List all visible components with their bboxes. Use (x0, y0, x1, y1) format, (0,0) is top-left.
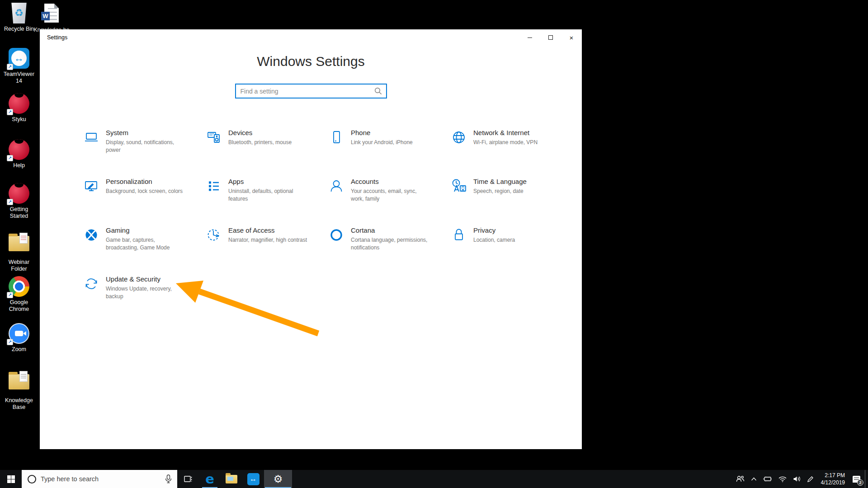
wifi-button[interactable] (775, 470, 790, 488)
desktop-icon-label: Webinar Folder (1, 259, 37, 272)
tray-time: 2:17 PM (821, 472, 845, 479)
desktop-icon-styku[interactable]: Styku (1, 93, 37, 123)
desktop-icon-label: Styku (1, 116, 37, 123)
time-language-icon (451, 178, 467, 194)
taskbar-search-box[interactable] (22, 470, 177, 488)
desktop-icon-label: Recycle Bin (1, 26, 37, 33)
file-explorer-button[interactable] (221, 470, 242, 488)
show-desktop-button[interactable] (865, 470, 868, 488)
tile-update-security[interactable]: Update & Security Windows Update, recove… (83, 275, 206, 324)
hidden-icons-button[interactable] (748, 470, 760, 488)
pen-button[interactable] (804, 470, 817, 488)
cortana-icon (328, 227, 344, 243)
shortcut-arrow-icon (7, 109, 13, 115)
start-button[interactable] (0, 470, 22, 488)
tile-network-internet[interactable]: Network & Internet Wi-Fi, airplane mode,… (451, 129, 573, 178)
desktop-icon-teamviewer[interactable]: ↔ TeamViewer 14 (1, 48, 37, 84)
settings-window: Settings × Windows Settings System Displ… (40, 29, 582, 449)
close-button[interactable]: × (561, 29, 582, 46)
desktop-icon-recycle-bin[interactable]: ♻ Recycle Bin (1, 3, 37, 33)
action-center-button[interactable]: 2 (849, 470, 865, 488)
desktop-icon-label: Zoom (1, 346, 37, 353)
taskbar-search-input[interactable] (41, 475, 165, 483)
system-tray: 2:17 PM 4/12/2019 2 (733, 470, 868, 488)
desktop-icon-webinar-folder[interactable]: Webinar Folder (1, 231, 37, 272)
edge-button[interactable]: e (199, 470, 221, 488)
gaming-icon (83, 227, 99, 243)
tile-personalization[interactable]: Personalization Background, lock screen,… (83, 178, 206, 226)
settings-tiles: System Display, sound, notifications, po… (83, 129, 573, 324)
desktop-icon-label: Help (1, 162, 37, 169)
desktop-icon-label: Knowledge Base (1, 397, 37, 411)
task-view-button[interactable] (177, 470, 199, 488)
teamviewer-button[interactable]: ↔ (242, 470, 264, 488)
devices-icon (206, 129, 222, 145)
tile-ease-of-access[interactable]: Ease of Access Narrator, magnifier, high… (206, 226, 328, 275)
battery-button[interactable] (760, 470, 775, 488)
tile-gaming[interactable]: Gaming Game bar, captures, broadcasting,… (83, 226, 206, 275)
tile-privacy[interactable]: Privacy Location, camera (451, 226, 573, 275)
desktop-icon-knowledge-base[interactable]: Knowledge Base (1, 370, 37, 411)
accounts-icon (328, 178, 344, 194)
settings-search-input[interactable] (236, 88, 374, 95)
desktop-icon-getting-started[interactable]: Getting Started (1, 183, 37, 220)
people-icon (736, 475, 745, 483)
desktop-icon-help[interactable]: Help (1, 139, 37, 169)
settings-button-active[interactable]: ⚙ (264, 470, 292, 488)
network-icon (451, 129, 467, 145)
tile-apps[interactable]: Apps Uninstall, defaults, optional featu… (206, 178, 328, 226)
tile-accounts[interactable]: Accounts Your accounts, email, sync, wor… (328, 178, 451, 226)
shortcut-arrow-icon (7, 199, 13, 205)
shortcut-arrow-icon (7, 64, 13, 70)
clock[interactable]: 2:17 PM 4/12/2019 (817, 472, 849, 486)
taskbar: e ↔ ⚙ (0, 470, 868, 488)
ease-of-access-icon (206, 227, 222, 243)
folder-icon (9, 236, 29, 251)
windows-logo-icon (7, 475, 15, 483)
desktop-icon-label: TeamViewer 14 (1, 71, 37, 84)
gear-icon: ⚙ (274, 474, 283, 484)
apps-icon (206, 178, 222, 194)
settings-search-box[interactable] (235, 84, 387, 99)
battery-icon (763, 476, 772, 482)
desktop-icon-google-chrome[interactable]: Google Chrome (1, 276, 37, 313)
titlebar[interactable]: Settings × (40, 29, 582, 46)
word-document-icon: W (44, 4, 59, 23)
phone-icon (328, 129, 344, 145)
search-icon (374, 87, 382, 95)
desktop-icon-label: Getting Started (1, 206, 37, 220)
tile-time-language[interactable]: Time & Language Speech, region, date (451, 178, 573, 226)
shortcut-arrow-icon (7, 292, 13, 298)
maximize-icon (548, 35, 553, 40)
volume-button[interactable] (790, 470, 804, 488)
recycle-bin-icon: ♻ (10, 3, 28, 23)
chevron-up-icon (751, 477, 757, 481)
volume-icon (793, 476, 801, 482)
edge-icon: e (205, 473, 214, 486)
system-icon (83, 129, 99, 145)
update-security-icon (83, 276, 99, 292)
wifi-icon (778, 476, 787, 482)
personalization-icon (83, 178, 99, 194)
file-explorer-icon (226, 475, 237, 483)
folder-icon (9, 374, 29, 389)
tile-cortana[interactable]: Cortana Cortana language, permissions, n… (328, 226, 451, 275)
desktop-icon-zoom[interactable]: Zoom (1, 323, 37, 353)
tile-devices[interactable]: Devices Bluetooth, printers, mouse (206, 129, 328, 178)
microphone-icon (165, 474, 172, 483)
tile-system[interactable]: System Display, sound, notifications, po… (83, 129, 206, 178)
teamviewer-icon: ↔ (247, 473, 259, 485)
page-title: Windows Settings (40, 54, 582, 69)
minimize-button[interactable] (519, 29, 540, 46)
privacy-icon (451, 227, 467, 243)
tile-phone[interactable]: Phone Link your Android, iPhone (328, 129, 451, 178)
notification-badge: 2 (857, 479, 863, 486)
close-icon: × (570, 34, 574, 41)
people-button[interactable] (733, 470, 748, 488)
tray-date: 4/12/2019 (821, 479, 845, 486)
maximize-button[interactable] (540, 29, 561, 46)
cortana-icon (28, 475, 36, 483)
task-view-icon (184, 475, 193, 483)
shortcut-arrow-icon (7, 155, 13, 161)
window-title: Settings (40, 34, 519, 41)
